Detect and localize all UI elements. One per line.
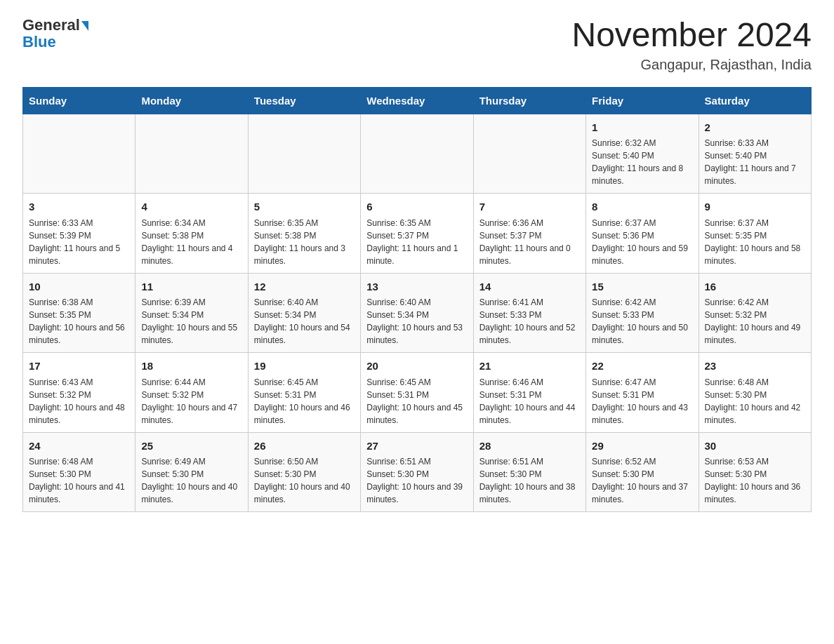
weekday-header-row: SundayMondayTuesdayWednesdayThursdayFrid… (23, 87, 812, 114)
day-number: 20 (366, 358, 467, 375)
calendar-cell: 7Sunrise: 6:36 AM Sunset: 5:37 PM Daylig… (473, 194, 585, 274)
calendar-cell: 1Sunrise: 6:32 AM Sunset: 5:40 PM Daylig… (586, 114, 699, 194)
calendar-cell: 20Sunrise: 6:45 AM Sunset: 5:31 PM Dayli… (361, 353, 473, 433)
day-info: Sunrise: 6:46 AM Sunset: 5:31 PM Dayligh… (479, 376, 580, 427)
day-number: 18 (141, 358, 241, 375)
day-number: 24 (29, 438, 129, 455)
day-info: Sunrise: 6:41 AM Sunset: 5:33 PM Dayligh… (479, 296, 580, 347)
day-info: Sunrise: 6:42 AM Sunset: 5:32 PM Dayligh… (705, 296, 805, 347)
day-info: Sunrise: 6:53 AM Sunset: 5:30 PM Dayligh… (705, 455, 805, 506)
calendar-week-row: 24Sunrise: 6:48 AM Sunset: 5:30 PM Dayli… (23, 432, 812, 512)
calendar-cell: 12Sunrise: 6:40 AM Sunset: 5:34 PM Dayli… (248, 273, 360, 353)
calendar-table: SundayMondayTuesdayWednesdayThursdayFrid… (22, 87, 812, 513)
day-info: Sunrise: 6:33 AM Sunset: 5:40 PM Dayligh… (705, 137, 805, 187)
calendar-cell: 30Sunrise: 6:53 AM Sunset: 5:30 PM Dayli… (699, 432, 811, 512)
day-number: 7 (479, 199, 580, 215)
day-info: Sunrise: 6:51 AM Sunset: 5:30 PM Dayligh… (366, 455, 467, 506)
calendar-cell: 26Sunrise: 6:50 AM Sunset: 5:30 PM Dayli… (248, 432, 360, 512)
weekday-header-tuesday: Tuesday (248, 87, 360, 114)
day-number: 28 (479, 438, 580, 455)
day-number: 23 (705, 358, 805, 375)
calendar-cell: 3Sunrise: 6:33 AM Sunset: 5:39 PM Daylig… (23, 194, 135, 274)
calendar-cell: 11Sunrise: 6:39 AM Sunset: 5:34 PM Dayli… (135, 273, 248, 353)
day-number: 2 (705, 120, 805, 136)
day-number: 5 (254, 199, 355, 215)
day-info: Sunrise: 6:37 AM Sunset: 5:35 PM Dayligh… (705, 217, 805, 267)
logo-text: General (22, 17, 88, 34)
day-info: Sunrise: 6:40 AM Sunset: 5:34 PM Dayligh… (366, 296, 467, 347)
day-number: 10 (29, 279, 129, 295)
day-info: Sunrise: 6:32 AM Sunset: 5:40 PM Dayligh… (592, 137, 692, 187)
day-info: Sunrise: 6:34 AM Sunset: 5:38 PM Dayligh… (141, 217, 241, 267)
calendar-cell: 9Sunrise: 6:37 AM Sunset: 5:35 PM Daylig… (699, 194, 811, 274)
day-number: 16 (705, 279, 805, 295)
day-info: Sunrise: 6:45 AM Sunset: 5:31 PM Dayligh… (254, 376, 355, 427)
calendar-cell: 17Sunrise: 6:43 AM Sunset: 5:32 PM Dayli… (23, 353, 135, 433)
calendar-cell: 18Sunrise: 6:44 AM Sunset: 5:32 PM Dayli… (135, 353, 248, 433)
logo: General Blue (22, 17, 88, 51)
day-number: 13 (366, 279, 467, 295)
day-number: 27 (366, 438, 467, 455)
calendar-cell: 25Sunrise: 6:49 AM Sunset: 5:30 PM Dayli… (135, 432, 248, 512)
calendar-cell (248, 114, 360, 194)
calendar-cell: 13Sunrise: 6:40 AM Sunset: 5:34 PM Dayli… (361, 273, 473, 353)
calendar-cell (23, 114, 135, 194)
day-number: 19 (254, 358, 355, 375)
calendar-cell: 21Sunrise: 6:46 AM Sunset: 5:31 PM Dayli… (473, 353, 585, 433)
title-area: November 2024 Gangapur, Rajasthan, India (571, 17, 812, 73)
day-info: Sunrise: 6:48 AM Sunset: 5:30 PM Dayligh… (705, 376, 805, 427)
weekday-header-saturday: Saturday (699, 87, 811, 114)
calendar-cell (361, 114, 473, 194)
day-number: 3 (29, 199, 129, 215)
day-number: 15 (592, 279, 692, 295)
day-info: Sunrise: 6:40 AM Sunset: 5:34 PM Dayligh… (254, 296, 355, 347)
calendar-cell: 28Sunrise: 6:51 AM Sunset: 5:30 PM Dayli… (473, 432, 585, 512)
day-info: Sunrise: 6:47 AM Sunset: 5:31 PM Dayligh… (592, 376, 692, 427)
calendar-week-row: 10Sunrise: 6:38 AM Sunset: 5:35 PM Dayli… (23, 273, 812, 353)
day-info: Sunrise: 6:50 AM Sunset: 5:30 PM Dayligh… (254, 455, 355, 506)
day-number: 1 (592, 120, 692, 136)
subtitle: Gangapur, Rajasthan, India (571, 57, 812, 73)
calendar-cell: 16Sunrise: 6:42 AM Sunset: 5:32 PM Dayli… (699, 273, 811, 353)
weekday-header-sunday: Sunday (23, 87, 135, 114)
day-number: 22 (592, 358, 692, 375)
day-number: 8 (592, 199, 692, 215)
calendar-cell: 24Sunrise: 6:48 AM Sunset: 5:30 PM Dayli… (23, 432, 135, 512)
day-info: Sunrise: 6:48 AM Sunset: 5:30 PM Dayligh… (29, 455, 129, 506)
calendar-week-row: 3Sunrise: 6:33 AM Sunset: 5:39 PM Daylig… (23, 194, 812, 274)
weekday-header-wednesday: Wednesday (361, 87, 473, 114)
logo-triangle-icon (81, 21, 88, 31)
calendar-cell: 8Sunrise: 6:37 AM Sunset: 5:36 PM Daylig… (586, 194, 699, 274)
day-info: Sunrise: 6:45 AM Sunset: 5:31 PM Dayligh… (366, 376, 467, 427)
weekday-header-friday: Friday (586, 87, 699, 114)
day-number: 14 (479, 279, 580, 295)
day-number: 12 (254, 279, 355, 295)
day-number: 4 (141, 199, 241, 215)
calendar-cell: 6Sunrise: 6:35 AM Sunset: 5:37 PM Daylig… (361, 194, 473, 274)
day-info: Sunrise: 6:37 AM Sunset: 5:36 PM Dayligh… (592, 217, 692, 267)
day-info: Sunrise: 6:42 AM Sunset: 5:33 PM Dayligh… (592, 296, 692, 347)
day-info: Sunrise: 6:51 AM Sunset: 5:30 PM Dayligh… (479, 455, 580, 506)
day-info: Sunrise: 6:43 AM Sunset: 5:32 PM Dayligh… (29, 376, 129, 427)
day-info: Sunrise: 6:35 AM Sunset: 5:38 PM Dayligh… (254, 217, 355, 267)
calendar-cell: 27Sunrise: 6:51 AM Sunset: 5:30 PM Dayli… (361, 432, 473, 512)
calendar-cell: 19Sunrise: 6:45 AM Sunset: 5:31 PM Dayli… (248, 353, 360, 433)
day-number: 9 (705, 199, 805, 215)
day-number: 17 (29, 358, 129, 375)
calendar-cell: 5Sunrise: 6:35 AM Sunset: 5:38 PM Daylig… (248, 194, 360, 274)
calendar-cell: 14Sunrise: 6:41 AM Sunset: 5:33 PM Dayli… (473, 273, 585, 353)
calendar-cell: 10Sunrise: 6:38 AM Sunset: 5:35 PM Dayli… (23, 273, 135, 353)
day-info: Sunrise: 6:44 AM Sunset: 5:32 PM Dayligh… (141, 376, 241, 427)
weekday-header-thursday: Thursday (473, 87, 585, 114)
day-number: 26 (254, 438, 355, 455)
day-number: 29 (592, 438, 692, 455)
calendar-cell (473, 114, 585, 194)
calendar-cell: 29Sunrise: 6:52 AM Sunset: 5:30 PM Dayli… (586, 432, 699, 512)
calendar-week-row: 1Sunrise: 6:32 AM Sunset: 5:40 PM Daylig… (23, 114, 812, 194)
day-info: Sunrise: 6:36 AM Sunset: 5:37 PM Dayligh… (479, 217, 580, 267)
day-info: Sunrise: 6:52 AM Sunset: 5:30 PM Dayligh… (592, 455, 692, 506)
day-number: 11 (141, 279, 241, 295)
logo-blue-text: Blue (22, 34, 56, 51)
day-info: Sunrise: 6:35 AM Sunset: 5:37 PM Dayligh… (366, 217, 467, 267)
calendar-cell: 22Sunrise: 6:47 AM Sunset: 5:31 PM Dayli… (586, 353, 699, 433)
